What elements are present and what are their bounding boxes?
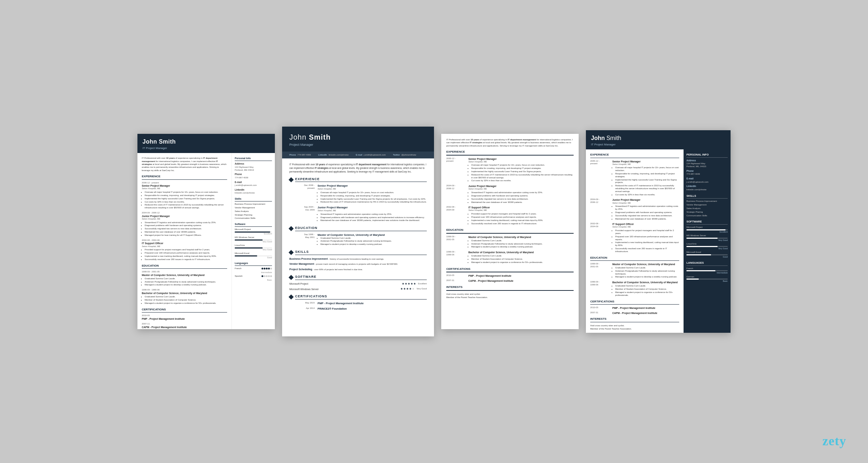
contact-linkedin: LinkedIn linkedin.com/johnstw bbox=[318, 154, 349, 157]
contact-email: E-mail j.smith@uptowork.com bbox=[356, 154, 386, 157]
bullet-item: Implemented a new tracking dashboard, cu… bbox=[471, 219, 574, 222]
sidebar-languages-title: Languages bbox=[235, 262, 272, 266]
bullet-item: Maintained the user database of over 300… bbox=[471, 201, 574, 204]
bullet-item: Reduced the costs of IT maintenance in 2… bbox=[471, 174, 574, 179]
bullet-item: Graduated Summa Cum Laude. bbox=[145, 277, 227, 280]
r2-job-company: Seton Hospital, ME bbox=[318, 209, 427, 212]
r4-lang-bar bbox=[686, 270, 728, 271]
job-title: Junior Project Manager bbox=[142, 214, 227, 218]
bullet-item: Managed a student project to develop a w… bbox=[145, 284, 227, 286]
r4-cert-title: PMP - Project Management Institute bbox=[612, 306, 679, 310]
dot bbox=[268, 275, 270, 277]
r2-job-company: Seton Hospital, ME bbox=[318, 188, 427, 191]
resume2-edu-title: EDUCATION bbox=[289, 226, 427, 231]
r2-job-content: Junior Project Manager Seton Hospital, M… bbox=[318, 206, 427, 222]
diamond-icon bbox=[289, 275, 294, 280]
phone-value: 774-987-4009 bbox=[297, 154, 311, 157]
r3-company: Seton Hospital, ME bbox=[468, 161, 574, 163]
skill-name: Vendor Management bbox=[289, 263, 314, 265]
r3-content: Junior Project Manager Seton Hospital, M… bbox=[468, 184, 574, 204]
r4-lang-item: German Basic bbox=[686, 276, 728, 283]
star: ★ bbox=[405, 282, 407, 286]
r2-cert-content: PRINCE2® Foundation bbox=[318, 307, 427, 311]
bullet-item: Diagnosed problems with hardware and ope… bbox=[471, 195, 574, 197]
resume2-body: IT Professional with over 10 years of ex… bbox=[282, 158, 434, 336]
sidebar-linkedin-label: LinkedIn bbox=[235, 188, 272, 191]
twitter-value: @johnsmithstw bbox=[401, 154, 416, 157]
r4-job: 2002-08 -2004-09 IT Support Officer Seto… bbox=[590, 222, 679, 253]
sw-stars: ★ ★ ★ ★ ★ bbox=[400, 287, 414, 291]
dot bbox=[264, 268, 265, 269]
r2-cert-content: PMP - Project Management Institute bbox=[318, 302, 427, 305]
sw-name: Microsoft Project bbox=[289, 282, 308, 285]
job-bullets: Provided support for project managers an… bbox=[142, 249, 227, 261]
r2-edu-title: Master of Computer Science, University o… bbox=[318, 233, 427, 237]
r4-cert-dates: 2010-05 bbox=[590, 306, 610, 310]
r4-sw-name: Microsoft Excel bbox=[686, 251, 728, 254]
bullet-item: Oversaw all major hospital IT projects f… bbox=[471, 164, 574, 167]
bullet-item: Managed a student project to develop a w… bbox=[471, 246, 574, 249]
r4-cert-content: PMP - Project Management Institute bbox=[612, 306, 679, 310]
r3-dates: 2005-12 -present bbox=[446, 157, 466, 183]
job-bullets: Streamlined IT logistics and administrat… bbox=[142, 221, 227, 237]
r2-job: Dec 2006 -present Senior Project Manager… bbox=[289, 184, 427, 204]
dot bbox=[268, 268, 270, 269]
r4-cert: 2007-31 CAPM - Project Management Instit… bbox=[590, 311, 679, 315]
bullet-item: Andersen Postgraduate Fellowship to stud… bbox=[320, 240, 427, 243]
r4-bullets: Provided support for project managers an… bbox=[612, 229, 679, 253]
r2-job-dates: Dec 2006 -present bbox=[289, 184, 315, 204]
r4-sw-label: Very Good bbox=[686, 239, 728, 242]
cert-title: PMP - Project Management Institute bbox=[142, 317, 227, 320]
contact-twitter: Twitter @johnsmithstw bbox=[393, 154, 416, 157]
contact-phone: Phone 774-987-4009 bbox=[289, 154, 311, 157]
diamond-icon bbox=[289, 177, 294, 182]
bullet-item: Implemented the highly successful Lean T… bbox=[320, 198, 427, 201]
bullet-item: Provided support for project managers an… bbox=[145, 249, 227, 251]
r4-lang-label: Intermediate bbox=[686, 272, 728, 274]
bullet-item: Member of Student Association of Compute… bbox=[145, 299, 227, 302]
bullet-item: Responsible for creating, improving, and… bbox=[615, 173, 679, 178]
bullet-item: Andersen Postgraduate Fellowship to stud… bbox=[615, 270, 679, 276]
resume1-header: John Smith IT Project Manager bbox=[137, 134, 275, 153]
resume4-name: John Smith bbox=[591, 135, 726, 142]
bullet-item: Prepared over 100 infrastructure perform… bbox=[471, 216, 574, 219]
section-label: SOFTWARE bbox=[295, 275, 427, 280]
sw-row: Microsoft Windows Server ★ ★ ★ ★ ★ Very … bbox=[289, 287, 427, 291]
dot bbox=[266, 275, 268, 277]
star: ★ bbox=[409, 287, 412, 291]
zety-logo: zety bbox=[822, 433, 846, 449]
r4-job-title: IT Support Officer bbox=[612, 222, 679, 226]
r4-sw-bar bbox=[686, 238, 728, 239]
bullet-item: Responsible for creating, improving, and… bbox=[471, 167, 574, 170]
r4-sw-name: Microsoft Project bbox=[686, 226, 728, 229]
bullet-item: Diagnosed problems with hardware and ope… bbox=[145, 224, 227, 227]
r4-job-company: Seton Hospital, ME bbox=[612, 163, 679, 166]
sw-row: Microsoft Project ★ ★ ★ ★ ★ Excellent bbox=[289, 282, 427, 286]
resume2-certs-title: CERTIFICATIONS bbox=[289, 294, 427, 300]
r4-skill-item: Sales Analysis bbox=[686, 207, 728, 210]
r4-lang-name: French bbox=[686, 267, 728, 270]
resume3-exp-title: Experience bbox=[446, 150, 574, 155]
r3-edu-title: Bachelor of Computer Science, University… bbox=[468, 251, 574, 254]
bullet-item: Graduated Summa Cum Laude. bbox=[615, 285, 679, 288]
sw-name: Microsoft Excel bbox=[235, 252, 272, 255]
r4-bullets: Streamlined IT logistics and administrat… bbox=[612, 205, 679, 220]
r3-cert-title: PMP - Project Management Institute bbox=[468, 274, 574, 277]
sidebar-email: j.smith@uptowork.com bbox=[235, 184, 272, 187]
skill-item: Vendor Management bbox=[235, 207, 272, 209]
r2-edu-dates: Sep 1996 -May 2001 bbox=[289, 233, 315, 246]
r4-dates: 2005-12 -present bbox=[590, 160, 610, 197]
edu-title: Bachelor of Computer Science, University… bbox=[142, 292, 227, 295]
r3-cert-title: CAPM - Project Management Institute bbox=[468, 279, 574, 283]
r4-dates: 2002-08 -2004-09 bbox=[590, 222, 610, 253]
r2-edu-bullets: Graduated Summa Cum Laude. Andersen Post… bbox=[318, 237, 427, 246]
bullet-item: Managed a student project to develop a w… bbox=[320, 243, 427, 246]
bullet-item: Graduated Summa Cum Laude. bbox=[471, 255, 574, 258]
r3-edu: 1996-09 -1999-06 Bachelor of Computer Sc… bbox=[446, 251, 574, 264]
edu-title: Master of Computer Science, University o… bbox=[142, 273, 227, 277]
r2-bullets: Streamlined IT logistics and administrat… bbox=[318, 213, 427, 222]
r2-edu-content: Master of Computer Science, University o… bbox=[318, 233, 427, 246]
bullet-item: Streamlined IT logistics and administrat… bbox=[615, 205, 679, 211]
resume2-header: John Smith Project Manager bbox=[282, 127, 434, 152]
r4-edu-title: Master of Computer Science, University o… bbox=[612, 263, 679, 266]
